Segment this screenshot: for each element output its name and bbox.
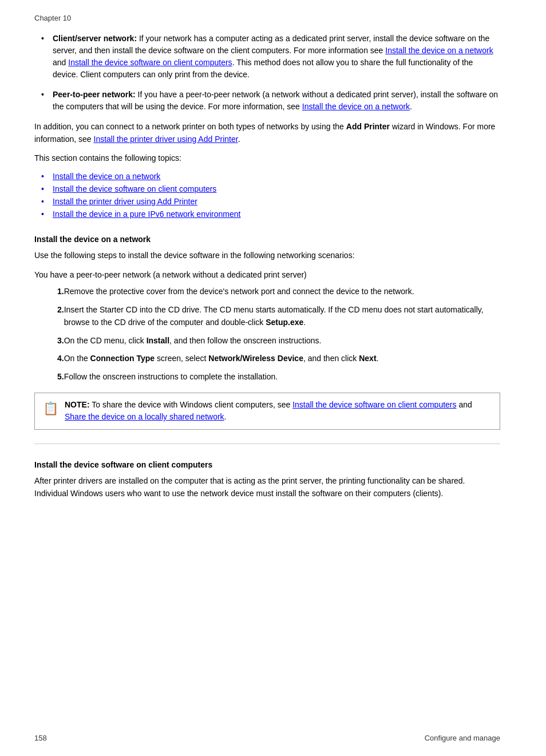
- client-server-label: Client/server network:: [53, 34, 137, 43]
- link-install-printer-driver-1[interactable]: Install the printer driver using Add Pri…: [94, 134, 238, 144]
- peer-to-peer-label: Peer-to-peer network:: [53, 90, 136, 99]
- step-num-5: 5.: [34, 371, 64, 383]
- section2-text: After printer drivers are installed on t…: [34, 475, 500, 500]
- list-item: Install the device on a network: [46, 172, 500, 181]
- topic-link-4[interactable]: Install the device in a pure IPv6 networ…: [53, 209, 240, 219]
- step-num-1: 1.: [34, 286, 64, 298]
- step-text-5: Follow the onscreen instructions to comp…: [64, 371, 500, 383]
- section-install-device-network: Install the device on a network Use the …: [34, 235, 500, 430]
- section-install-device-software-clients: Install the device software on client co…: [34, 460, 500, 500]
- list-item: Peer-to-peer network: If you have a peer…: [46, 89, 500, 113]
- section1-intro: Use the following steps to install the d…: [34, 250, 500, 262]
- list-item: Install the device in a pure IPv6 networ…: [46, 209, 500, 219]
- section1-heading: Install the device on a network: [34, 235, 500, 244]
- intro-bullet-list: Client/server network: If your network h…: [46, 33, 500, 113]
- topics-intro: This section contains the following topi…: [34, 152, 500, 165]
- add-printer-paragraph: In addition, you can connect to a networ…: [34, 121, 500, 145]
- topics-list: Install the device on a network Install …: [46, 172, 500, 219]
- page-number: 158: [34, 734, 47, 742]
- section-divider: [34, 444, 500, 444]
- list-item: 1. Remove the protective cover from the …: [34, 286, 500, 298]
- step-text-4: On the Connection Type screen, select Ne…: [64, 353, 500, 365]
- step-num-3: 3.: [34, 335, 64, 347]
- step-num-4: 4.: [34, 353, 64, 365]
- note-box: 📋 NOTE: To share the device with Windows…: [34, 393, 500, 430]
- link-install-device-network-1[interactable]: Install the device on a network: [385, 46, 493, 55]
- list-item: 3. On the CD menu, click Install, and th…: [34, 335, 500, 347]
- topic-link-1[interactable]: Install the device on a network: [53, 172, 160, 181]
- list-item: 2. Insert the Starter CD into the CD dri…: [34, 304, 500, 328]
- steps-list: 1. Remove the protective cover from the …: [34, 286, 500, 383]
- link-install-device-software-clients-1[interactable]: Install the device software on client co…: [68, 58, 232, 67]
- section2-heading: Install the device software on client co…: [34, 460, 500, 469]
- page-footer: 158 Configure and manage: [34, 734, 500, 742]
- note-link-1[interactable]: Install the device software on client co…: [292, 400, 456, 409]
- step-text-1: Remove the protective cover from the dev…: [64, 286, 500, 298]
- step-num-2: 2.: [34, 304, 64, 328]
- list-item: Install the printer driver using Add Pri…: [46, 197, 500, 206]
- step-text-3: On the CD menu, click Install, and then …: [64, 335, 500, 347]
- note-icon: 📋: [43, 399, 59, 418]
- footer-section-label: Configure and manage: [425, 734, 500, 742]
- topic-link-2[interactable]: Install the device software on client co…: [53, 184, 216, 193]
- chapter-title: Chapter 10: [34, 14, 71, 22]
- list-item: 4. On the Connection Type screen, select…: [34, 353, 500, 365]
- page: Chapter 10 Client/server network: If you…: [0, 0, 546, 756]
- content-area: Client/server network: If your network h…: [34, 33, 500, 500]
- link-install-device-network-2[interactable]: Install the device on a network: [302, 102, 410, 111]
- list-item: 5. Follow the onscreen instructions to c…: [34, 371, 500, 383]
- note-link-2[interactable]: Share the device on a locally shared net…: [65, 412, 224, 421]
- list-item: Install the device software on client co…: [46, 184, 500, 193]
- step-text-2: Insert the Starter CD into the CD drive.…: [64, 304, 500, 328]
- topic-link-3[interactable]: Install the printer driver using Add Pri…: [53, 197, 197, 206]
- list-item: Client/server network: If your network h…: [46, 33, 500, 81]
- note-content: NOTE: To share the device with Windows c…: [65, 399, 492, 423]
- section1-peer-note: You have a peer-to-peer network (a netwo…: [34, 269, 500, 282]
- chapter-header: Chapter 10: [34, 14, 500, 22]
